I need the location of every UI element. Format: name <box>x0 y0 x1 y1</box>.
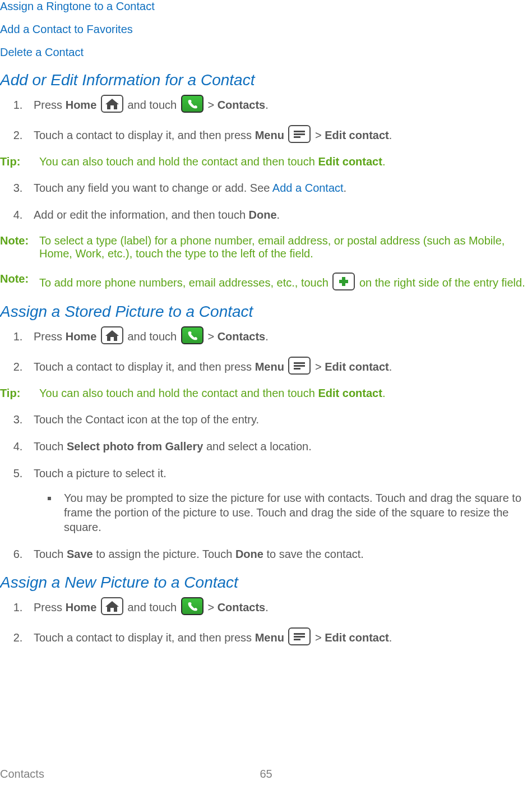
menu-icon <box>288 627 311 645</box>
text: and touch <box>127 601 179 613</box>
label-contacts: Contacts <box>218 601 266 613</box>
heading-assign-stored: Assign a Stored Picture to a Contact <box>0 303 532 321</box>
heading-assign-new: Assign a New Picture to a Contact <box>0 574 532 592</box>
label-edit-contact: Edit contact <box>325 129 388 141</box>
svg-rect-9 <box>294 636 305 638</box>
step-stored-6: Touch Save to assign the picture. Touch … <box>26 547 532 561</box>
note-label: Note: <box>0 234 39 260</box>
note-add-more: Note: To add more phone numbers, email a… <box>0 273 532 290</box>
label-contacts: Contacts <box>218 330 266 343</box>
plus-icon <box>332 273 355 290</box>
home-icon <box>101 326 123 344</box>
text: . <box>382 155 386 168</box>
note-type-label: Note: To select a type (label) for a pho… <box>0 234 532 260</box>
label-select-photo: Select photo from Gallery <box>67 440 203 453</box>
text: . <box>265 601 269 613</box>
text: . <box>389 361 392 373</box>
tip-label: Tip: <box>0 155 39 168</box>
svg-rect-2 <box>294 136 300 138</box>
note-body: To select a type (label) for a phone num… <box>39 234 532 260</box>
text: > <box>207 601 217 613</box>
label-menu: Menu <box>255 631 284 644</box>
text: Touch <box>34 440 67 453</box>
heading-add-or-edit: Add or Edit Information for a Contact <box>0 71 532 89</box>
text: Touch any field you want to change or ad… <box>34 182 272 194</box>
text: . <box>389 631 392 644</box>
home-icon <box>101 597 123 615</box>
label-contacts: Contacts <box>218 99 266 111</box>
text: You can also touch and hold the contact … <box>39 387 318 399</box>
text: and touch <box>127 330 179 343</box>
text: > <box>315 361 325 373</box>
menu-icon <box>288 357 311 375</box>
text: . <box>389 129 392 141</box>
footer-page-number: 65 <box>260 768 272 781</box>
text: You can also touch and hold the contact … <box>39 155 318 168</box>
text: . <box>382 387 386 399</box>
phone-icon <box>181 326 203 344</box>
text: > <box>315 129 325 141</box>
tip-stored: Tip: You can also touch and hold the con… <box>0 387 532 400</box>
step-edit-3: Touch any field you want to change or ad… <box>26 181 532 195</box>
text: To add more phone numbers, email address… <box>39 276 331 289</box>
text: Add or edit the information, and then to… <box>34 209 249 221</box>
note-body: To add more phone numbers, email address… <box>39 273 532 290</box>
text: Touch a picture to select it. <box>34 467 166 479</box>
label-home: Home <box>66 99 97 111</box>
phone-icon <box>181 95 203 113</box>
text: . <box>344 182 347 194</box>
link-delete-contact[interactable]: Delete a Contact <box>0 46 532 59</box>
link-add-a-contact[interactable]: Add a Contact <box>272 182 344 194</box>
step-stored-5-sub: You may be prompted to size the picture … <box>58 491 532 534</box>
step-stored-3: Touch the Contact icon at the top of the… <box>26 412 532 427</box>
page-footer: Contacts 65 <box>0 768 532 781</box>
text: Press <box>34 601 66 613</box>
text: Press <box>34 99 66 111</box>
text: Touch a contact to display it, and then … <box>34 631 255 644</box>
label-edit-contact: Edit contact <box>318 155 382 168</box>
step-new-1: Press Home and touch > Contacts. <box>26 597 532 615</box>
step-stored-2: Touch a contact to display it, and then … <box>26 357 532 375</box>
step-stored-1: Press Home and touch > Contacts. <box>26 326 532 344</box>
label-edit-contact: Edit contact <box>325 631 388 644</box>
text: Press <box>34 330 66 343</box>
text: Touch a contact to display it, and then … <box>34 361 255 373</box>
tip-edit: Tip: You can also touch and hold the con… <box>0 155 532 168</box>
svg-rect-5 <box>294 362 305 364</box>
label-done: Done <box>235 548 263 560</box>
link-add-favorite[interactable]: Add a Contact to Favorites <box>0 23 532 36</box>
tip-label: Tip: <box>0 387 39 400</box>
text: > <box>315 631 325 644</box>
svg-rect-10 <box>294 639 300 640</box>
text: to save the contact. <box>263 548 364 560</box>
tip-body: You can also touch and hold the contact … <box>39 155 532 168</box>
text: . <box>265 330 269 343</box>
text: Touch <box>34 548 67 560</box>
text: > <box>207 99 217 111</box>
step-new-2: Touch a contact to display it, and then … <box>26 627 532 645</box>
svg-rect-0 <box>294 131 305 132</box>
label-menu: Menu <box>255 361 284 373</box>
text: on the right side of the entry field. <box>359 276 525 289</box>
label-save: Save <box>67 548 93 560</box>
text: . <box>265 99 269 111</box>
label-home: Home <box>66 330 97 343</box>
label-menu: Menu <box>255 129 284 141</box>
text: Touch a contact to display it, and then … <box>34 129 255 141</box>
phone-icon <box>181 597 203 615</box>
text: . <box>277 209 280 221</box>
svg-rect-7 <box>294 368 300 370</box>
link-assign-ringtone[interactable]: Assign a Ringtone to a Contact <box>0 0 532 13</box>
svg-rect-4 <box>339 280 348 283</box>
svg-rect-6 <box>294 365 305 367</box>
menu-icon <box>288 125 311 143</box>
step-edit-4: Add or edit the information, and then to… <box>26 207 532 222</box>
step-stored-4: Touch Select photo from Gallery and sele… <box>26 439 532 454</box>
note-label: Note: <box>0 273 39 290</box>
step-stored-5: Touch a picture to select it. You may be… <box>26 466 532 534</box>
label-home: Home <box>66 601 97 613</box>
text: and touch <box>127 99 179 111</box>
home-icon <box>101 95 123 113</box>
step-edit-2: Touch a contact to display it, and then … <box>26 125 532 143</box>
footer-section-title: Contacts <box>0 768 44 781</box>
